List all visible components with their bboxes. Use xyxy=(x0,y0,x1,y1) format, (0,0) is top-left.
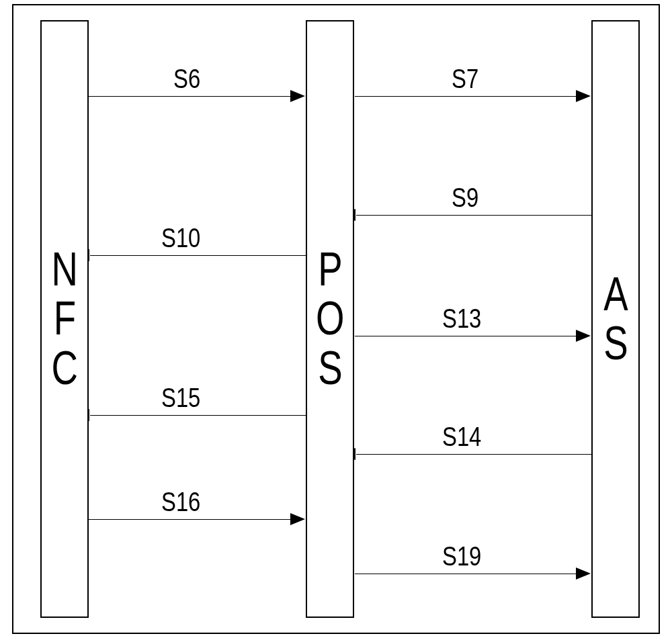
arrow-right-icon xyxy=(576,90,591,102)
lifeline-nfc: N F C xyxy=(40,20,89,618)
msg-line-s6 xyxy=(89,96,303,97)
msg-line-s16 xyxy=(89,519,303,520)
msg-line-s7 xyxy=(355,96,589,97)
msg-label-s10: S10 xyxy=(161,223,200,253)
msg-line-s19 xyxy=(355,574,589,574)
lifeline-char: C xyxy=(51,344,77,394)
msg-line-s13 xyxy=(355,336,589,336)
arrow-right-icon xyxy=(576,330,591,342)
msg-line-s10 xyxy=(90,255,306,256)
lifeline-pos: P O S xyxy=(306,20,354,618)
msg-label-s6: S6 xyxy=(173,64,200,94)
msg-line-s15 xyxy=(90,415,306,416)
lifeline-char: S xyxy=(318,344,342,394)
lifeline-char: S xyxy=(603,319,628,369)
lifeline-char: O xyxy=(316,294,344,344)
msg-line-s9 xyxy=(356,215,591,216)
diagram-canvas: S6 S10 S15 S16 S7 S9 S13 S14 S19 N F C P… xyxy=(0,0,672,638)
msg-label-s15: S15 xyxy=(161,383,200,413)
msg-label-s16: S16 xyxy=(161,487,200,517)
msg-label-s7: S7 xyxy=(452,64,478,94)
lifeline-as: A S xyxy=(591,20,640,618)
msg-label-s19: S19 xyxy=(442,541,481,572)
lifeline-char: A xyxy=(603,270,628,320)
lifeline-char: F xyxy=(53,294,75,344)
msg-label-s13: S13 xyxy=(442,304,481,334)
arrow-right-icon xyxy=(290,90,305,102)
lifeline-char: P xyxy=(318,245,342,295)
arrow-right-icon xyxy=(576,567,591,580)
msg-line-s14 xyxy=(356,454,591,455)
arrow-right-icon xyxy=(290,513,305,525)
msg-label-s14: S14 xyxy=(442,422,481,452)
lifeline-char: N xyxy=(51,245,77,295)
msg-label-s9: S9 xyxy=(452,183,478,213)
